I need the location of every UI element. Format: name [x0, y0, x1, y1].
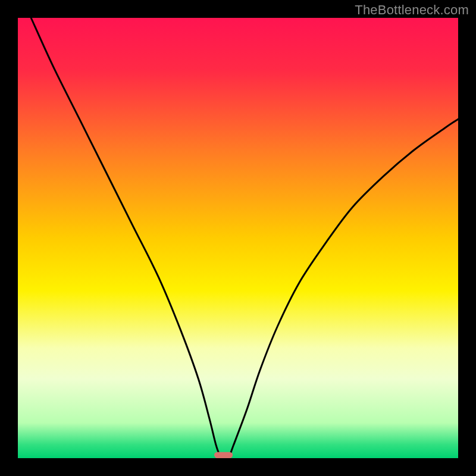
chart-frame: TheBottleneck.com — [0, 0, 476, 476]
bottleneck-chart — [0, 0, 476, 476]
optimal-range-marker — [214, 452, 233, 458]
watermark-text: TheBottleneck.com — [355, 2, 469, 18]
plot-background — [18, 18, 458, 458]
